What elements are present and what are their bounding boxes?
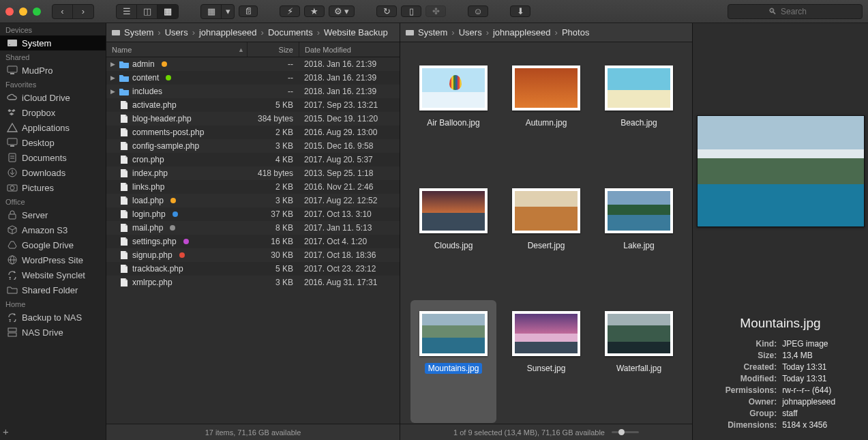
action-gear-icon[interactable]: ⚙︎ ▾ <box>329 5 355 17</box>
sidebar-item-system[interactable]: System <box>0 35 106 50</box>
view-columns-icon[interactable]: ◫ <box>137 5 158 18</box>
sidebar-item-google-drive[interactable]: Google Drive <box>0 237 106 252</box>
grid-item[interactable]: Desert.jpg <box>503 177 589 300</box>
table-row[interactable]: cron.php 4 KB 2017. Aug 20. 5:37 <box>106 153 400 166</box>
disclosure-arrow-icon[interactable]: ▶ <box>109 61 116 68</box>
table-row[interactable]: ▶ content -- 2018. Jan 16. 21:39 <box>106 71 400 85</box>
breadcrumb-segment[interactable]: System <box>415 27 450 38</box>
thumbnail-label: Clouds.jpg <box>431 240 477 251</box>
file-name: blog-header.php <box>132 114 192 123</box>
grid-item[interactable]: Clouds.jpg <box>410 177 496 300</box>
dropdown-icon[interactable]: ▾ <box>222 5 234 18</box>
file-name: links.php <box>132 182 164 192</box>
file-name: signup.php <box>132 250 173 260</box>
file-date: 2017. Sep 23. 13:21 <box>299 100 400 110</box>
sidebar-item-label: WordPress Site <box>22 255 83 265</box>
grid-item[interactable]: Autumn.jpg <box>503 55 589 177</box>
grid-options-icon[interactable]: ▦ <box>201 5 222 18</box>
sidebar-item-nas-drive[interactable]: NAS Drive <box>0 325 106 340</box>
breadcrumb-segment[interactable]: Users <box>162 27 191 38</box>
table-row[interactable]: settings.php 16 KB 2017. Oct 4. 1:20 <box>106 235 400 248</box>
thumbnail-label: Desert.jpg <box>524 240 569 251</box>
table-row[interactable]: blog-header.php 384 bytes 2015. Dec 19. … <box>106 112 400 126</box>
col-size[interactable]: Size <box>247 42 299 57</box>
breadcrumb-segment[interactable]: Users <box>456 27 485 38</box>
sync-icon[interactable]: ↻ <box>376 5 397 17</box>
grid-item[interactable]: Sunset.jpg <box>503 300 589 423</box>
thumbnail-size-slider[interactable] <box>612 431 639 433</box>
breadcrumb-segment[interactable]: Documents <box>265 27 316 38</box>
grid-item[interactable]: Mountains.jpg <box>410 300 496 423</box>
view-list-icon[interactable]: ☰ <box>117 5 137 18</box>
table-row[interactable]: ▶ admin -- 2018. Jan 16. 21:39 <box>106 57 400 71</box>
doc-icon <box>7 152 18 163</box>
file-date: 2017. Oct 18. 18:36 <box>299 250 400 260</box>
col-name[interactable]: Name▲ <box>106 46 247 54</box>
sidebar-item-applications[interactable]: Applications <box>0 120 106 135</box>
grid-item[interactable]: Air Balloon.jpg <box>410 55 496 177</box>
info-filename: Mountains.jpg <box>740 316 820 331</box>
sidebar-item-pictures[interactable]: Pictures <box>0 180 106 195</box>
sidebar-item-documents[interactable]: Documents <box>0 150 106 165</box>
file-size: 37 KB <box>247 209 299 219</box>
sidebar-item-shared-folder[interactable]: Shared Folder <box>0 282 106 297</box>
forward-button[interactable]: › <box>73 5 93 18</box>
sidebar-item-amazon-s3[interactable]: Amazon S3 <box>0 222 106 237</box>
disclosure-arrow-icon[interactable]: ▶ <box>109 88 116 95</box>
table-row[interactable]: index.php 418 bytes 2013. Sep 25. 1:18 <box>106 166 400 180</box>
sidebar-item-downloads[interactable]: Downloads <box>0 165 106 180</box>
back-button[interactable]: ‹ <box>53 5 73 18</box>
table-row[interactable]: signup.php 30 KB 2017. Oct 18. 18:36 <box>106 248 400 262</box>
preview-image <box>697 115 865 227</box>
sidebar-item-wordpress-site[interactable]: WordPress Site <box>0 252 106 267</box>
sidebar-item-server[interactable]: Server <box>0 207 106 222</box>
file-date: 2013. Sep 25. 1:18 <box>299 168 400 178</box>
sidebar-item-dropbox[interactable]: Dropbox <box>0 105 106 120</box>
file-name: login.php <box>132 209 166 219</box>
sidebar-item-desktop[interactable]: Desktop <box>0 135 106 150</box>
sidebar-item-mudpro[interactable]: MudPro <box>0 63 106 78</box>
grid-item[interactable]: Lake.jpg <box>596 177 682 300</box>
quicklook-icon[interactable]: ⚡︎ <box>280 5 300 17</box>
table-row[interactable]: activate.php 5 KB 2017. Sep 23. 13:21 <box>106 98 400 112</box>
adjust-icon[interactable]: ✤ <box>425 5 446 17</box>
disclosure-arrow-icon[interactable]: ▶ <box>109 74 116 81</box>
sidebar-item-icloud-drive[interactable]: iCloud Drive <box>0 90 106 105</box>
table-row[interactable]: load.php 3 KB 2017. Aug 22. 12:52 <box>106 194 400 207</box>
minimize-window-button[interactable] <box>19 8 27 16</box>
sidebar-item-website-synclet[interactable]: Website Synclet <box>0 267 106 282</box>
close-window-button[interactable] <box>5 8 14 16</box>
sidebar-section-header: Favorites <box>0 78 106 90</box>
breadcrumb-segment[interactable]: Website Backup <box>321 27 391 38</box>
new-document-icon[interactable]: 📄︎ <box>239 5 258 17</box>
table-row[interactable]: xmlrpc.php 3 KB 2016. Aug 31. 17:31 <box>106 276 400 289</box>
breadcrumb-segment[interactable]: johnappleseed <box>490 27 554 38</box>
table-row[interactable]: config-sample.php 3 KB 2015. Dec 16. 9:5… <box>106 139 400 153</box>
svg-rect-17 <box>8 333 16 336</box>
table-row[interactable]: comments-post.php 2 KB 2016. Aug 29. 13:… <box>106 126 400 139</box>
zoom-window-button[interactable] <box>33 8 41 16</box>
info-value: 13,4 MB <box>782 351 835 360</box>
add-location-button[interactable]: + <box>0 423 106 440</box>
search-field[interactable]: 🔍︎ <box>728 4 863 19</box>
table-row[interactable]: links.php 2 KB 2016. Nov 21. 2:46 <box>106 180 400 194</box>
breadcrumb-segment[interactable]: Photos <box>559 27 592 38</box>
table-row[interactable]: mail.php 8 KB 2017. Jan 11. 5:13 <box>106 221 400 235</box>
table-row[interactable]: ▶ includes -- 2018. Jan 16. 21:39 <box>106 85 400 98</box>
download-icon[interactable]: ⬇︎ <box>510 5 530 17</box>
breadcrumb-segment[interactable]: johnappleseed <box>196 27 260 38</box>
table-row[interactable]: login.php 37 KB 2017. Oct 13. 3:10 <box>106 207 400 221</box>
table-row[interactable]: trackback.php 5 KB 2017. Oct 23. 23:12 <box>106 262 400 276</box>
favorite-icon[interactable]: ★ <box>304 5 325 17</box>
view-grid-icon[interactable]: ▦ <box>158 5 178 18</box>
breadcrumb-segment[interactable]: System <box>121 27 156 38</box>
grid-item[interactable]: Waterfall.jpg <box>596 300 682 423</box>
terminal-icon[interactable]: ▯ <box>401 5 421 17</box>
sidebar-item-backup-to-nas[interactable]: Backup to NAS <box>0 310 106 325</box>
col-date[interactable]: Date Modified <box>299 42 400 57</box>
thumbnail <box>419 311 488 356</box>
sidebar-item-label: Dropbox <box>22 108 55 118</box>
emoji-icon[interactable]: ☺ <box>468 5 488 17</box>
search-input[interactable] <box>781 7 822 16</box>
grid-item[interactable]: Beach.jpg <box>596 55 682 177</box>
